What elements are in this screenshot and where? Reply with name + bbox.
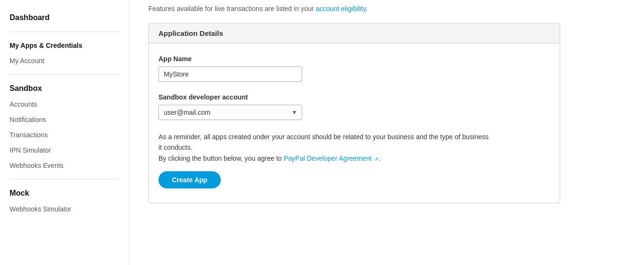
account-eligibility-link[interactable]: account eligibility. — [316, 5, 368, 12]
external-link-icon: ➚ — [374, 156, 379, 162]
panel-body: App Name Sandbox developer account user@… — [149, 44, 560, 203]
app-name-group: App Name — [158, 55, 550, 82]
sandbox-account-label: Sandbox developer account — [158, 93, 550, 101]
application-details-panel: Application Details App Name Sandbox dev… — [148, 23, 560, 203]
sandbox-account-select-wrapper: user@mail.com ▼ — [158, 105, 302, 120]
main-content: Features available for live transactions… — [129, 0, 644, 265]
my-apps-section: My Apps & Credentials — [0, 38, 129, 53]
app-name-label: App Name — [158, 55, 550, 63]
create-app-button[interactable]: Create App — [158, 171, 221, 188]
paypal-developer-agreement-link[interactable]: PayPal Developer Agreement ➚ — [284, 155, 379, 162]
sandbox-account-select[interactable]: user@mail.com — [158, 105, 302, 120]
sidebar-item-webhooks-events[interactable]: Webhooks Events — [0, 158, 129, 173]
reminder-text: As a reminder, all apps created under yo… — [158, 132, 550, 164]
panel-title: Application Details — [149, 23, 560, 44]
sidebar-divider-1 — [10, 32, 119, 32]
sidebar-item-ipn-simulator[interactable]: IPN Simulator — [0, 143, 129, 158]
sidebar-divider-2 — [10, 74, 119, 75]
sandbox-section-label: Sandbox — [0, 80, 129, 97]
sidebar-divider-3 — [10, 179, 119, 179]
sidebar-item-my-account[interactable]: My Account — [0, 53, 129, 68]
app-name-input[interactable] — [158, 66, 302, 82]
sidebar-item-accounts[interactable]: Accounts — [0, 97, 129, 112]
sidebar: Dashboard My Apps & Credentials My Accou… — [0, 0, 129, 265]
top-notice: Features available for live transactions… — [148, 5, 625, 15]
sandbox-account-group: Sandbox developer account user@mail.com … — [158, 93, 550, 120]
dashboard-label: Dashboard — [0, 10, 129, 26]
sidebar-item-transactions[interactable]: Transactions — [0, 127, 129, 143]
mock-section-label: Mock — [0, 185, 129, 201]
sidebar-item-webhooks-simulator[interactable]: Webhooks Simulator — [0, 201, 129, 217]
sidebar-item-notifications[interactable]: Notifications — [0, 112, 129, 127]
